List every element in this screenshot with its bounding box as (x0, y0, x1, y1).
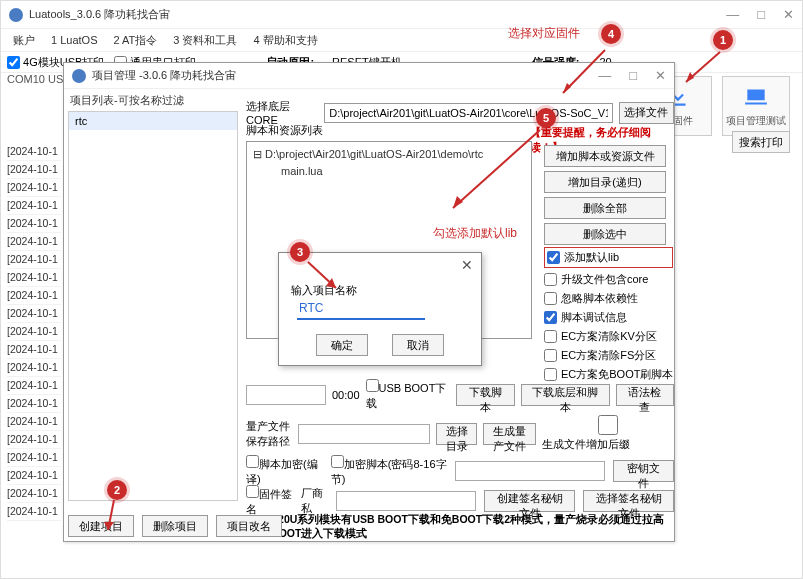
sub-maximize-button[interactable]: □ (629, 68, 637, 83)
key-file-button[interactable]: 密钥文件 (613, 460, 674, 482)
sub-title: 项目管理 -3.0.6 降功耗找合宙 (92, 68, 236, 83)
create-sign-key-button[interactable]: 创建签名秘钥文件 (484, 490, 575, 512)
sub-titlebar: 项目管理 -3.0.6 降功耗找合宙 — □ ✕ (64, 63, 674, 89)
sign-vendor-input[interactable] (336, 491, 476, 511)
log-row: [2024-10-1 (7, 233, 61, 251)
prod-path-input[interactable] (298, 424, 430, 444)
main-titlebar: Luatools_3.0.6 降功耗找合宙 — □ ✕ (1, 1, 802, 29)
project-manage-button[interactable]: 项目管理测试 (722, 76, 790, 136)
tree-child-node[interactable]: main.lua (253, 163, 525, 179)
prod-path-label: 量产文件保存路径 (246, 419, 292, 449)
delete-selected-button[interactable]: 删除选中 (544, 223, 666, 245)
log-row: [2024-10-1 (7, 161, 61, 179)
chk-include-core[interactable]: 升级文件包含core (544, 272, 673, 287)
sub-logo-icon (72, 69, 86, 83)
project-name-input[interactable] (297, 298, 425, 320)
select-sign-key-button[interactable]: 选择签名秘钥文件 (583, 490, 674, 512)
rename-project-button[interactable]: 项目改名 (216, 515, 282, 537)
core-select-label: 选择底层CORE (246, 99, 318, 126)
add-dir-button[interactable]: 增加目录(递归) (544, 171, 666, 193)
log-row: [2024-10-1 (7, 323, 61, 341)
input-project-name-dialog: ✕ 输入项目名称 确定 取消 (278, 252, 482, 366)
log-row: [2024-10-1 (7, 215, 61, 233)
chk-ec-clear-kv[interactable]: EC方案清除KV分区 (544, 329, 673, 344)
chk-debug-info[interactable]: 脚本调试信息 (544, 310, 673, 325)
main-maximize-button[interactable]: □ (757, 7, 765, 22)
download-all-button[interactable]: 下载底层和脚本 (521, 384, 610, 406)
menu-luatos[interactable]: 1 LuatOS (45, 32, 103, 48)
project-list-label: 项目列表-可按名称过滤 (70, 93, 184, 108)
dialog-cancel-button[interactable]: 取消 (392, 334, 444, 356)
menu-at[interactable]: 2 AT指令 (107, 31, 163, 50)
dialog-label: 输入项目名称 (291, 284, 357, 296)
log-row: [2024-10-1 (7, 197, 61, 215)
menu-help[interactable]: 4 帮助和支持 (247, 31, 323, 50)
log-row: [2024-10-1 (7, 431, 61, 449)
core-select-button[interactable]: 选择文件 (619, 102, 674, 124)
log-row: [2024-10-1 (7, 179, 61, 197)
log-row: [2024-10-1 (7, 467, 61, 485)
log-row: [2024-10-1 (7, 503, 61, 521)
timer-value: 00:00 (332, 389, 360, 401)
delete-project-button[interactable]: 删除项目 (142, 515, 208, 537)
download-script-button[interactable]: 下载脚本 (456, 384, 515, 406)
log-row: [2024-10-1 (7, 287, 61, 305)
log-row: [2024-10-1 (7, 143, 61, 161)
delete-all-button[interactable]: 删除全部 (544, 197, 666, 219)
project-list-item-selected[interactable]: rtc (69, 112, 237, 130)
chk-add-suffix[interactable]: 生成文件增加后缀 (542, 415, 674, 452)
prod-path-select-button[interactable]: 选择目录 (436, 423, 477, 445)
log-row: [2024-10-1 (7, 395, 61, 413)
log-row: [2024-10-1 (7, 341, 61, 359)
chk-add-default-lib[interactable]: 添加默认lib (544, 247, 673, 268)
log-row: [2024-10-1 (7, 449, 61, 467)
main-title: Luatools_3.0.6 降功耗找合宙 (29, 7, 170, 22)
log-row: [2024-10-1 (7, 269, 61, 287)
chk-ignore-dep[interactable]: 忽略脚本依赖性 (544, 291, 673, 306)
search-print-button[interactable]: 搜索打印 (732, 131, 790, 153)
bottom-hint: 7208,720U系列模块有USB BOOT下载和免BOOT下载2种模式，量产烧… (246, 513, 674, 541)
log-column: [2024-10-1[2024-10-1[2024-10-1[2024-10-1… (7, 143, 61, 521)
options-checkboxes: 添加默认lib 升级文件包含core 忽略脚本依赖性 脚本调试信息 EC方案清除… (544, 247, 673, 382)
main-minimize-button[interactable]: — (726, 7, 739, 22)
com-port-label[interactable]: COM10 US (7, 73, 63, 85)
main-menubar: 账户 1 LuatOS 2 AT指令 3 资料和工具 4 帮助和支持 (1, 29, 802, 51)
log-row: [2024-10-1 (7, 359, 61, 377)
blank-input-1[interactable] (246, 385, 326, 405)
chk-ec-clear-fs[interactable]: EC方案清除FS分区 (544, 348, 673, 363)
menu-account[interactable]: 账户 (7, 31, 41, 50)
dialog-ok-button[interactable]: 确定 (316, 334, 368, 356)
create-project-button[interactable]: 创建项目 (68, 515, 134, 537)
gen-prod-file-button[interactable]: 生成量产文件 (483, 423, 536, 445)
sign-vendor-label: 厂商私 (301, 486, 328, 516)
log-row: [2024-10-1 (7, 251, 61, 269)
sub-minimize-button[interactable]: — (598, 68, 611, 83)
resource-list-label: 脚本和资源列表 (246, 123, 323, 138)
dialog-close-icon[interactable]: ✕ (461, 257, 473, 273)
tree-root-node[interactable]: ⊟ D:\project\Air201\git\LuatOS-Air201\de… (253, 146, 525, 163)
laptop-icon (743, 84, 769, 110)
log-row: [2024-10-1 (7, 485, 61, 503)
main-close-button[interactable]: ✕ (783, 7, 794, 22)
log-row: [2024-10-1 (7, 413, 61, 431)
chk-compile-encrypt[interactable]: 脚本加密(编译) (246, 455, 323, 487)
chk-usb-boot-dl[interactable]: USB BOOT下载 (366, 379, 451, 411)
app-logo-icon (9, 8, 23, 22)
project-list[interactable]: rtc (68, 111, 238, 501)
add-script-button[interactable]: 增加脚本或资源文件 (544, 145, 666, 167)
syntax-check-button[interactable]: 语法检查 (616, 384, 675, 406)
chk-password-encrypt[interactable]: 加密脚本(密码8-16字节) (331, 455, 447, 487)
log-row: [2024-10-1 (7, 305, 61, 323)
menu-tools[interactable]: 3 资料和工具 (167, 31, 243, 50)
resource-side-buttons: 增加脚本或资源文件 增加目录(递归) 删除全部 删除选中 (544, 145, 666, 245)
encrypt-password-input[interactable] (455, 461, 605, 481)
sub-close-button[interactable]: ✕ (655, 68, 666, 83)
core-path-input[interactable] (324, 103, 612, 123)
log-row: [2024-10-1 (7, 377, 61, 395)
